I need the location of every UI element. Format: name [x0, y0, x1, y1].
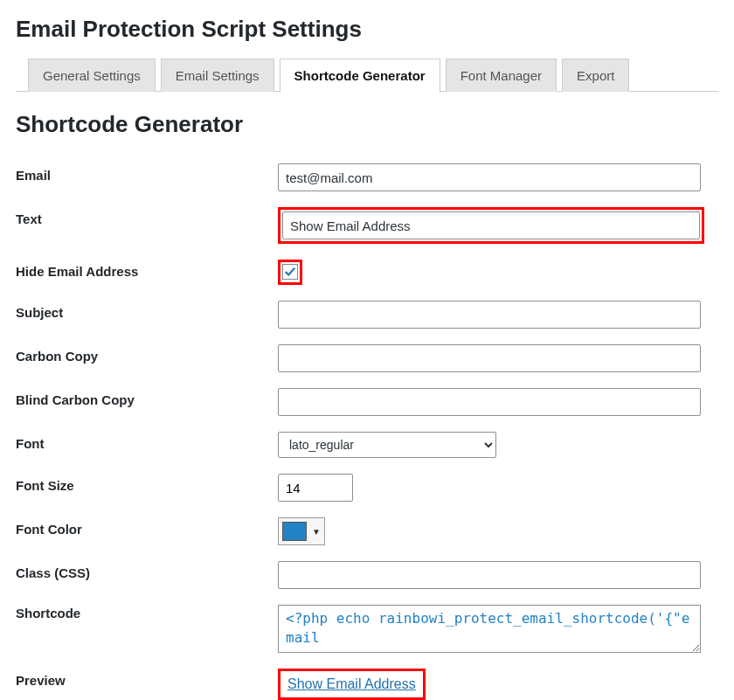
text-field[interactable] [282, 211, 700, 239]
font-color-label: Font Color [16, 509, 278, 553]
hide-highlight [278, 260, 302, 285]
subject-field[interactable] [278, 301, 701, 329]
tab-email-settings[interactable]: Email Settings [161, 59, 274, 92]
subject-label: Subject [16, 293, 278, 336]
class-label: Class (CSS) [16, 553, 278, 597]
section-title: Shortcode Generator [16, 111, 718, 138]
text-highlight [278, 207, 704, 244]
class-field[interactable] [278, 561, 701, 589]
cc-field[interactable] [278, 344, 701, 372]
check-icon [284, 266, 296, 278]
email-label: Email [16, 156, 278, 199]
hide-checkbox[interactable] [282, 264, 298, 280]
email-field[interactable] [278, 163, 701, 191]
shortcode-output[interactable]: <?php echo rainbowi_protect_email_shortc… [278, 605, 701, 653]
settings-form: Email Text Hide Email Address Subject Ca… [16, 156, 718, 700]
font-color-picker[interactable]: ▼ [278, 517, 325, 545]
text-label: Text [16, 199, 278, 252]
bcc-field[interactable] [278, 388, 701, 416]
tab-export[interactable]: Export [562, 59, 629, 92]
tab-bar: General Settings Email Settings Shortcod… [16, 59, 718, 92]
color-swatch [282, 522, 307, 541]
preview-highlight: Show Email Address [278, 669, 426, 700]
tab-font-manager[interactable]: Font Manager [446, 59, 557, 92]
cc-label: Carbon Copy [16, 336, 278, 380]
chevron-down-icon: ▼ [312, 527, 321, 537]
preview-link[interactable]: Show Email Address [287, 676, 416, 691]
tab-shortcode-generator[interactable]: Shortcode Generator [280, 59, 440, 93]
shortcode-label: Shortcode [16, 597, 278, 661]
font-size-field[interactable] [278, 474, 353, 502]
font-size-label: Font Size [16, 466, 278, 509]
preview-label: Preview [16, 661, 278, 700]
bcc-label: Blind Carbon Copy [16, 380, 278, 424]
font-select[interactable]: lato_regular [278, 432, 496, 458]
hide-label: Hide Email Address [16, 252, 278, 293]
page-title: Email Protection Script Settings [16, 16, 718, 43]
font-label: Font [16, 424, 278, 466]
tab-general-settings[interactable]: General Settings [28, 59, 156, 92]
